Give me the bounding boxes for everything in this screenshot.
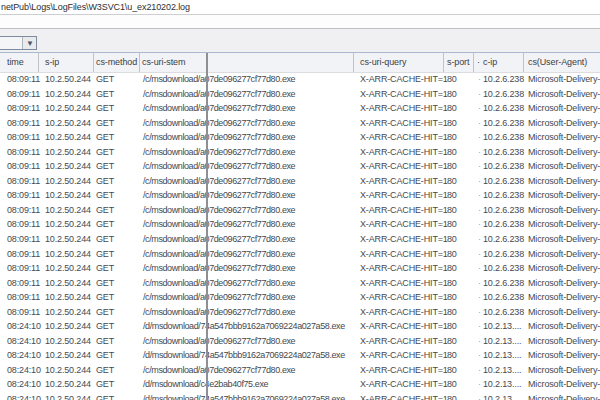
log-table: times-ipcs-methodcs-uri-stemcs-uri-query… bbox=[0, 52, 600, 400]
table-row[interactable]: 08:09:1110.2.50.244GET/c/msdownload/a07d… bbox=[0, 305, 600, 320]
table-row[interactable]: 08:09:1110.2.50.244GET/c/msdownload/a07d… bbox=[0, 276, 600, 291]
column-header-cs-user-agent[interactable]: cs(User-Agent) bbox=[528, 57, 587, 67]
cell-s-ip: 10.2.50.244 bbox=[45, 290, 91, 305]
cell-cs-user-agent: Microsoft-Delivery- bbox=[528, 363, 600, 378]
cell-time: 08:24:10 bbox=[7, 392, 41, 400]
cell-time: 08:09:11 bbox=[7, 217, 40, 232]
cell-cs-uri-stem: /c/msdownload/a07de096277cf77d80.exe bbox=[143, 305, 295, 320]
column-header-cs-uri-stem[interactable]: cs-uri-stem bbox=[142, 57, 185, 67]
column-header-cs-uri-query[interactable]: cs-uri-query bbox=[360, 57, 406, 67]
cip-prefix-dot: · bbox=[478, 363, 481, 378]
table-row[interactable]: 08:09:1110.2.50.244GET/c/msdownload/a07d… bbox=[0, 290, 600, 305]
cell-cs-method: GET bbox=[96, 348, 114, 363]
cell-s-ip: 10.2.50.244 bbox=[45, 247, 91, 262]
cell-cs-uri-stem: /c/msdownload/a07de096277cf77d80.exe bbox=[143, 188, 295, 203]
cell-s-port: 80 bbox=[447, 116, 457, 131]
cip-prefix-dot: · bbox=[478, 174, 481, 189]
column-header-s-port[interactable]: s-port bbox=[447, 57, 469, 67]
cell-cs-uri-stem: /c/msdownload/a07de096277cf77d80.exe bbox=[143, 217, 295, 232]
table-row[interactable]: 08:09:1110.2.50.244GET/c/msdownload/a07d… bbox=[0, 247, 600, 262]
cip-prefix-dot: · bbox=[478, 116, 481, 131]
cell-cs-uri-stem: /c/msdownload/a07de096277cf77d80.exe bbox=[143, 87, 295, 102]
cell-c-ip: 10.2.6.238 bbox=[483, 116, 524, 131]
cip-prefix-dot: · bbox=[478, 159, 481, 174]
table-row[interactable]: 08:09:1110.2.50.244GET/c/msdownload/a07d… bbox=[0, 116, 600, 131]
table-row[interactable]: 08:09:1110.2.50.244GET/c/msdownload/a07d… bbox=[0, 261, 600, 276]
cell-s-port: 80 bbox=[447, 72, 457, 87]
cell-cs-uri-query: X-ARR-CACHE-HIT=1 bbox=[360, 363, 448, 378]
cell-cs-method: GET bbox=[96, 334, 114, 349]
cell-cs-method: GET bbox=[96, 232, 114, 247]
cell-time: 08:09:11 bbox=[7, 72, 40, 87]
cell-cs-method: GET bbox=[96, 392, 114, 400]
cell-c-ip: 10.2.6.238 bbox=[483, 217, 524, 232]
cip-prefix-dot: · bbox=[478, 392, 481, 400]
table-row[interactable]: 08:24:1010.2.50.244GET/c/msdownload/a07d… bbox=[0, 334, 600, 349]
cell-s-port: 80 bbox=[447, 174, 457, 189]
cell-cs-uri-stem: /c/msdownload/a07de096277cf77d80.exe bbox=[143, 363, 295, 378]
cell-s-ip: 10.2.50.244 bbox=[45, 217, 91, 232]
table-row[interactable]: 08:24:1010.2.50.244GET/d/msdownload/c4e2… bbox=[0, 377, 600, 392]
cell-s-ip: 10.2.50.244 bbox=[45, 188, 91, 203]
cell-cs-uri-query: X-ARR-CACHE-HIT=1 bbox=[360, 159, 448, 174]
cell-s-port: 80 bbox=[447, 348, 457, 363]
cell-c-ip: 10.2.13.... bbox=[483, 363, 521, 378]
header-divider[interactable] bbox=[93, 53, 94, 72]
cell-cs-uri-stem: /d/msdownload/74a547bbb9162a7069224a027a… bbox=[143, 348, 345, 363]
cell-time: 08:24:10 bbox=[7, 377, 41, 392]
cell-cs-user-agent: Microsoft-Delivery- bbox=[528, 319, 600, 334]
filter-dropdown[interactable]: ▼ bbox=[0, 36, 37, 50]
cell-cs-uri-query: X-ARR-CACHE-HIT=1 bbox=[360, 290, 448, 305]
header-divider[interactable] bbox=[139, 53, 140, 72]
table-row[interactable]: 08:09:1110.2.50.244GET/c/msdownload/a07d… bbox=[0, 130, 600, 145]
cell-s-ip: 10.2.50.244 bbox=[45, 87, 91, 102]
cell-time: 08:09:11 bbox=[7, 87, 40, 102]
column-header-cs-method[interactable]: cs-method bbox=[96, 57, 137, 67]
column-header-s-ip[interactable]: s-ip bbox=[45, 57, 59, 67]
table-row[interactable]: 08:24:1010.2.50.244GET/c/msdownload/a07d… bbox=[0, 363, 600, 378]
column-resize-line[interactable] bbox=[206, 53, 208, 400]
cell-s-ip: 10.2.50.244 bbox=[45, 101, 91, 116]
table-row[interactable]: 08:09:1110.2.50.244GET/c/msdownload/a07d… bbox=[0, 174, 600, 189]
cell-cs-user-agent: Microsoft-Delivery- bbox=[528, 334, 600, 349]
table-row[interactable]: 08:24:1010.2.50.244GET/d/msdownload/74a5… bbox=[0, 392, 600, 400]
cip-prefix-dot: · bbox=[478, 261, 481, 276]
table-row[interactable]: 08:24:1010.2.50.244GET/d/msdownload/74a5… bbox=[0, 319, 600, 334]
cell-s-port: 80 bbox=[447, 203, 457, 218]
cell-cs-uri-stem: /c/msdownload/a07de096277cf77d80.exe bbox=[143, 232, 295, 247]
table-row[interactable]: 08:09:1110.2.50.244GET/c/msdownload/a07d… bbox=[0, 232, 600, 247]
cell-time: 08:09:11 bbox=[7, 261, 40, 276]
header-divider[interactable] bbox=[473, 53, 474, 72]
cell-c-ip: 10.2.6.238 bbox=[483, 159, 524, 174]
column-header-time[interactable]: time bbox=[7, 57, 24, 67]
cell-cs-uri-stem: /c/msdownload/a07de096277cf77d80.exe bbox=[143, 72, 295, 87]
header-divider[interactable] bbox=[443, 53, 444, 72]
table-row[interactable]: 08:24:1010.2.50.244GET/d/msdownload/74a5… bbox=[0, 348, 600, 363]
cell-cs-uri-stem: /c/msdownload/a07de096277cf77d80.exe bbox=[143, 247, 295, 262]
cell-time: 08:09:11 bbox=[7, 101, 40, 116]
cell-cs-uri-query: X-ARR-CACHE-HIT=1 bbox=[360, 305, 448, 320]
header-divider[interactable] bbox=[523, 53, 524, 72]
cell-s-ip: 10.2.50.244 bbox=[45, 392, 91, 400]
table-row[interactable]: 08:09:1110.2.50.244GET/c/msdownload/a07d… bbox=[0, 159, 600, 174]
table-row[interactable]: 08:09:1110.2.50.244GET/c/msdownload/a07d… bbox=[0, 72, 600, 87]
table-row[interactable]: 08:09:1110.2.50.244GET/c/msdownload/a07d… bbox=[0, 145, 600, 160]
cip-prefix-dot: · bbox=[478, 87, 481, 102]
table-row[interactable]: 08:09:1110.2.50.244GET/c/msdownload/a07d… bbox=[0, 101, 600, 116]
log-file-path: netPub\Logs\LogFiles\W3SVC1\u_ex210202.l… bbox=[1, 2, 190, 12]
cell-s-ip: 10.2.50.244 bbox=[45, 72, 91, 87]
cell-cs-method: GET bbox=[96, 247, 114, 262]
cell-s-port: 80 bbox=[447, 261, 457, 276]
table-row[interactable]: 08:09:1110.2.50.244GET/c/msdownload/a07d… bbox=[0, 203, 600, 218]
cell-cs-uri-query: X-ARR-CACHE-HIT=1 bbox=[360, 72, 448, 87]
cip-prefix-dot: · bbox=[478, 247, 481, 262]
header-divider[interactable] bbox=[353, 53, 354, 72]
header-divider[interactable] bbox=[38, 53, 39, 72]
title-bar: netPub\Logs\LogFiles\W3SVC1\u_ex210202.l… bbox=[0, 0, 600, 15]
table-row[interactable]: 08:09:1110.2.50.244GET/c/msdownload/a07d… bbox=[0, 217, 600, 232]
column-header-c-ip[interactable]: c-ip bbox=[483, 57, 497, 67]
cell-cs-uri-query: X-ARR-CACHE-HIT=1 bbox=[360, 145, 448, 160]
cell-c-ip: 10.2.6.238 bbox=[483, 276, 524, 291]
table-row[interactable]: 08:09:1110.2.50.244GET/c/msdownload/a07d… bbox=[0, 87, 600, 102]
table-row[interactable]: 08:09:1110.2.50.244GET/c/msdownload/a07d… bbox=[0, 188, 600, 203]
